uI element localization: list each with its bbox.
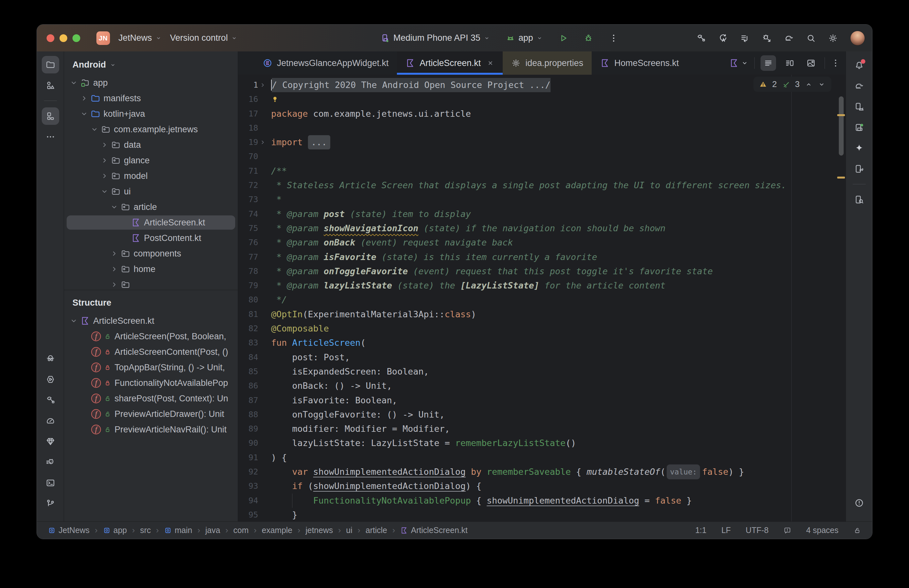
line-separator-widget[interactable]: LF	[722, 526, 731, 535]
project-tool-button[interactable]	[42, 56, 59, 73]
code-editor[interactable]: 1/ Copyright 2020 The Android Open Sourc…	[238, 75, 846, 522]
breadcrumb-item-articlescreen-kt[interactable]: ArticleScreen.kt	[400, 526, 467, 535]
project-tree-item-home[interactable]: home	[64, 261, 238, 277]
minimize-window-button[interactable]	[60, 34, 67, 42]
debug-button[interactable]	[584, 33, 593, 43]
code-line-82[interactable]: 82@Composable	[238, 321, 846, 336]
fold-icon[interactable]	[260, 82, 266, 88]
version-control-tool-button[interactable]	[42, 495, 59, 512]
project-tree-item-manifests[interactable]: manifests	[64, 90, 238, 106]
breadcrumb-item-main[interactable]: main	[164, 526, 192, 535]
project-tree-item-articlescreen-kt[interactable]: ArticleScreen.kt	[64, 215, 238, 230]
user-avatar[interactable]	[850, 31, 865, 45]
gradle-sync-button[interactable]	[784, 33, 794, 43]
previous-problem-button[interactable]	[805, 81, 812, 88]
indent-widget[interactable]: 4 spaces	[806, 526, 838, 535]
zoom-window-button[interactable]	[73, 34, 80, 42]
breadcrumb-item-src[interactable]: src	[140, 526, 151, 535]
structure-tool-button[interactable]	[42, 107, 59, 125]
code-line-73[interactable]: 73 *	[238, 192, 846, 207]
notifications-button[interactable]	[851, 57, 868, 74]
app-inspection-tool-button[interactable]	[42, 350, 59, 367]
project-menu[interactable]: JetNews	[118, 33, 162, 43]
hidden-tabs-dropdown[interactable]	[729, 58, 749, 68]
code-line-80[interactable]: 80 */	[238, 293, 846, 307]
code-line-19[interactable]: 19import ...	[238, 135, 846, 149]
more-tool-windows-button[interactable]	[42, 128, 59, 145]
code-line-17[interactable]: 17package com.example.jetnews.ui.article	[238, 107, 846, 121]
project-tree-item-postcontent-kt[interactable]: PostContent.kt	[64, 230, 238, 246]
more-actions-button[interactable]	[609, 33, 618, 43]
code-view-button[interactable]	[760, 55, 776, 71]
breadcrumb-item-jetnews[interactable]: JetNews	[48, 526, 90, 535]
encoding-widget[interactable]: UTF-8	[746, 526, 769, 535]
profiler-tool-button[interactable]	[42, 412, 59, 430]
project-tree-item-data[interactable]: data	[64, 137, 238, 153]
editor-options-button[interactable]	[831, 58, 840, 68]
intention-bulb-icon[interactable]	[271, 95, 279, 103]
device-selector[interactable]: Medium Phone API 35	[380, 33, 490, 43]
breadcrumb-item-java[interactable]: java	[205, 526, 220, 535]
code-line-91[interactable]: 91) {	[238, 451, 846, 465]
gemini-tool-button[interactable]	[851, 139, 868, 157]
project-tree-item-app[interactable]: app	[64, 75, 238, 90]
tab-homescreens-kt[interactable]: HomeScreens.kt	[592, 52, 688, 75]
sync-project-button[interactable]	[718, 33, 728, 43]
breadcrumb-item-com[interactable]: com	[233, 526, 249, 535]
project-view-selector[interactable]: Android	[64, 52, 238, 75]
code-line-85[interactable]: 85 isExpandedScreen: Boolean,	[238, 365, 846, 379]
tab-articlescreen-kt[interactable]: ArticleScreen.kt	[397, 52, 503, 75]
device-explorer-tool-button[interactable]	[851, 191, 868, 208]
project-tree-item-com-example-jetnews[interactable]: com.example.jetnews	[64, 122, 238, 137]
code-line-74[interactable]: 74 * @param post (state) item to display	[238, 207, 846, 221]
code-line-81[interactable]: 81@OptIn(ExperimentalMaterial3Api::class…	[238, 307, 846, 321]
build-tool-button[interactable]	[42, 391, 59, 409]
breadcrumb-item-example[interactable]: example	[262, 526, 292, 535]
terminal-tool-button[interactable]	[42, 474, 59, 492]
device-mirroring-tool-button[interactable]	[851, 160, 868, 178]
code-line-77[interactable]: 77 * @param isFavorite (state) is this i…	[238, 250, 846, 264]
project-tree-item-components[interactable]: components	[64, 246, 238, 261]
settings-button[interactable]	[828, 33, 838, 43]
fold-icon[interactable]	[260, 139, 266, 145]
run-button[interactable]	[558, 33, 568, 43]
attach-debugger-button[interactable]	[762, 33, 772, 43]
code-line-89[interactable]: 89 modifier: Modifier = Modifier,	[238, 422, 846, 436]
editor-scrollbar[interactable]	[839, 96, 844, 155]
caret-position-widget[interactable]: 1:1	[695, 526, 707, 535]
search-everywhere-button[interactable]	[806, 33, 816, 43]
project-tree-item-kotlin-java[interactable]: kotlin+java	[64, 106, 238, 122]
code-line-72[interactable]: 72 * Stateless Article Screen that displ…	[238, 178, 846, 192]
device-manager-tool-button[interactable]	[851, 98, 868, 115]
code-line-95[interactable]: 95 }	[238, 508, 846, 522]
breadcrumb-item-app[interactable]: app	[103, 526, 127, 535]
project-tree-item-ui[interactable]: ui	[64, 184, 238, 199]
code-line-86[interactable]: 86 onBack: () -> Unit,	[238, 379, 846, 393]
code-line-94[interactable]: 94 FunctionalityNotAvailablePopup { show…	[238, 494, 846, 508]
structure-item[interactable]: fFunctionalityNotAvailablePop	[64, 375, 238, 391]
structure-file-item[interactable]: ArticleScreen.kt	[64, 313, 238, 329]
design-view-button[interactable]	[803, 55, 819, 71]
code-line-75[interactable]: 75 * @param showNavigationIcon (state) i…	[238, 221, 846, 236]
split-view-button[interactable]	[782, 55, 798, 71]
code-line-79[interactable]: 79 * @param lazyListState (state) the [L…	[238, 278, 846, 293]
breadcrumb-item-jetnews[interactable]: jetnews	[305, 526, 333, 535]
warning-stripe-mark[interactable]	[837, 114, 845, 116]
running-devices-tool-button[interactable]	[851, 119, 868, 136]
code-line-88[interactable]: 88 onToggleFavorite: () -> Unit,	[238, 407, 846, 422]
problems-tool-button[interactable]	[851, 494, 868, 512]
code-line-84[interactable]: 84 post: Post,	[238, 350, 846, 365]
code-line-16[interactable]: 16	[238, 92, 846, 107]
app-quality-insights-tool-button[interactable]	[42, 433, 59, 450]
structure-item[interactable]: fTopAppBar(String, () -> Unit,	[64, 360, 238, 375]
code-line-87[interactable]: 87 isFavorite: Boolean,	[238, 393, 846, 407]
tab-idea-properties[interactable]: idea.properties	[503, 52, 592, 75]
code-line-78[interactable]: 78 * @param onToggleFavorite (event) req…	[238, 264, 846, 278]
file-writable-icon[interactable]	[853, 527, 861, 534]
project-tree-item-glance[interactable]: glance	[64, 153, 238, 168]
run-configuration-selector[interactable]: app	[505, 33, 543, 43]
code-line-93[interactable]: 93 if (showUnimplementedActionDialog) {	[238, 479, 846, 493]
code-line-83[interactable]: 83fun ArticleScreen(	[238, 336, 846, 350]
project-tree-item[interactable]	[64, 277, 238, 290]
resource-manager-tool-button[interactable]	[42, 77, 59, 94]
